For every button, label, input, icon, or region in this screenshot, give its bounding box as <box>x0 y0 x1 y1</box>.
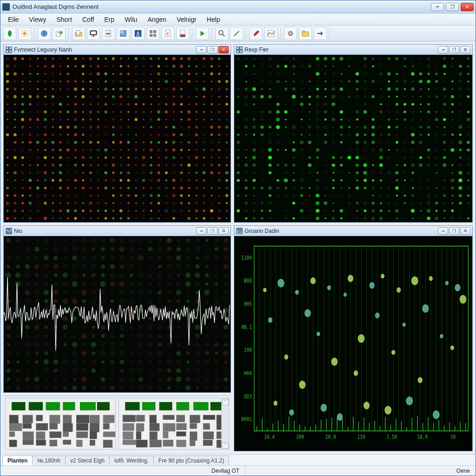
panel-nio-opt[interactable]: ⧉ <box>218 227 229 235</box>
svg-point-1236 <box>356 186 359 190</box>
svg-point-1783 <box>26 386 29 390</box>
svg-point-924 <box>261 111 263 113</box>
panel-rexp-opt[interactable]: ⚙ <box>460 46 470 53</box>
svg-point-440 <box>44 156 47 159</box>
panel-legusry-header[interactable]: Fvrnnect Legusry Nanh ━ ❐ ✕ <box>4 45 231 55</box>
panel-legusry-min[interactable]: ━ <box>196 46 206 53</box>
microscope-icon[interactable] <box>132 27 145 40</box>
svg-point-334 <box>150 126 152 128</box>
sun-icon[interactable] <box>18 27 31 40</box>
doc-folder-icon[interactable] <box>72 27 85 40</box>
svg-point-796 <box>435 73 438 75</box>
menu-short[interactable]: Short <box>52 15 76 24</box>
svg-point-1303 <box>411 202 415 205</box>
dropper-icon[interactable] <box>250 27 263 40</box>
svg-point-1716 <box>72 359 77 364</box>
svg-point-1094 <box>420 149 422 151</box>
panel-groann-min[interactable]: ━ <box>438 227 448 235</box>
menu-viewy[interactable]: Viewy <box>24 15 51 24</box>
leaf-icon[interactable] <box>3 27 16 40</box>
panel-groann-opt[interactable]: ⧉ <box>460 227 470 235</box>
panel-legusry-view[interactable] <box>4 55 231 222</box>
thumb-1[interactable] <box>5 398 116 450</box>
titlebar[interactable]: Oulðnd Anaglast Dqrns Ƨennent ━ ❐ ✕ <box>0 0 476 13</box>
menu-coff[interactable]: Coff <box>78 15 99 24</box>
svg-point-694 <box>150 217 153 220</box>
folder-icon[interactable] <box>299 27 312 40</box>
tab-stecd[interactable]: v2 Stecd Eigh <box>65 456 110 465</box>
doc-E-icon[interactable]: E <box>161 27 174 40</box>
svg-point-784 <box>341 73 343 74</box>
svg-rect-1863 <box>176 423 186 430</box>
thumb-scrollbar[interactable]: ˄ ˅ <box>221 398 229 449</box>
panel-rexp-max[interactable]: ❐ <box>449 46 459 53</box>
svg-point-104 <box>226 66 228 67</box>
export-icon[interactable] <box>53 27 66 40</box>
tab-planten[interactable]: Planten <box>2 456 33 465</box>
menu-wilu[interactable]: Wilu <box>120 15 142 24</box>
svg-point-1558 <box>168 300 171 303</box>
panel-rexp-view[interactable] <box>234 55 472 222</box>
panel-groann-max[interactable]: ❐ <box>449 227 459 235</box>
svg-point-1093 <box>411 149 414 152</box>
page-flag-icon[interactable] <box>176 27 189 40</box>
tab-werdmg[interactable]: lof8. Werding. <box>109 456 154 465</box>
panel-groann-view[interactable]: I100B08H050N.1100H04UD3000110.410010.911… <box>234 236 472 451</box>
panel-nio-header[interactable]: Nio ━ ❐ ⧉ <box>4 226 231 236</box>
svg-point-574 <box>150 186 152 189</box>
panel-groann-header[interactable]: Groann Dadin ━ ❐ ⧉ <box>234 226 472 236</box>
svg-point-934 <box>340 110 344 113</box>
thumb-2[interactable]: ˄ ˅ <box>119 398 229 450</box>
arrow-right-icon[interactable] <box>314 27 327 40</box>
menu-help[interactable]: Help <box>202 15 225 24</box>
tab-180nh[interactable]: №.180nh <box>32 456 66 465</box>
minimize-button[interactable]: ━ <box>431 3 444 11</box>
svg-point-1677 <box>158 342 162 347</box>
svg-point-736 <box>436 58 437 60</box>
gear-globe-icon[interactable] <box>284 27 297 40</box>
svg-point-1794 <box>130 386 132 389</box>
curve-fx-icon[interactable] <box>264 27 278 40</box>
panel-rexp-min[interactable]: ━ <box>438 46 448 53</box>
svg-point-1798 <box>167 386 171 390</box>
monitor-icon[interactable] <box>87 27 100 40</box>
svg-point-834 <box>261 88 263 90</box>
svg-point-1316 <box>277 210 279 212</box>
svg-point-1522 <box>53 290 59 295</box>
svg-point-788 <box>372 73 374 74</box>
close-button[interactable]: ✕ <box>461 3 474 11</box>
menu-erp[interactable]: Erp <box>99 15 119 24</box>
panel-legusry-close[interactable]: ✕ <box>218 46 229 53</box>
tile-icon[interactable] <box>117 27 130 40</box>
thumbnails-icon[interactable] <box>146 27 159 40</box>
menu-angen[interactable]: Angen <box>143 15 171 24</box>
svg-point-237 <box>97 103 99 106</box>
play-icon[interactable] <box>196 27 209 40</box>
svg-rect-40 <box>7 47 8 49</box>
svg-point-109 <box>37 73 39 75</box>
svg-point-1213 <box>411 178 415 182</box>
panel-nio-view[interactable] <box>4 236 231 392</box>
svg-point-116 <box>90 73 92 75</box>
wand-icon[interactable] <box>230 27 243 40</box>
doc-red-icon[interactable] <box>102 27 115 40</box>
panel-nio-min[interactable]: ━ <box>196 227 206 235</box>
scroll-down-icon[interactable]: ˅ <box>222 442 229 449</box>
panel-nio-max[interactable]: ❐ <box>207 227 218 235</box>
svg-point-1537 <box>196 291 199 295</box>
tab-fre90[interactable]: Fre 90 pto (Croaxing A1.2) <box>153 456 229 465</box>
svg-point-1037 <box>443 134 445 135</box>
magnifier-icon[interactable] <box>215 27 228 40</box>
panel-legusry-max[interactable]: ❐ <box>207 46 218 53</box>
panel-rexp-header[interactable]: Rexp Fier ━ ❐ ⚙ <box>234 45 472 55</box>
menu-eile[interactable]: Eile <box>3 15 23 24</box>
svg-point-1218 <box>450 178 454 182</box>
maximize-button[interactable]: ❐ <box>446 3 459 11</box>
svg-point-1114 <box>340 156 343 159</box>
menu-velnigr[interactable]: Velnigr <box>172 15 201 24</box>
svg-point-990 <box>308 126 311 129</box>
scroll-up-icon[interactable]: ˄ <box>222 399 229 405</box>
globe-icon[interactable] <box>38 27 51 40</box>
svg-point-1957 <box>358 334 365 343</box>
svg-point-1128 <box>452 157 454 158</box>
